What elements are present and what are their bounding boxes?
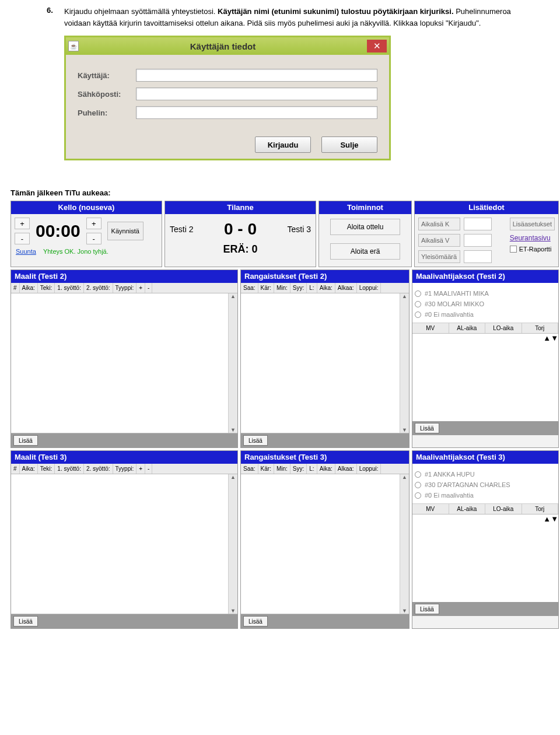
extra-settings-button[interactable]: Lisäasetukset	[510, 218, 555, 230]
add-penalty-t3[interactable]: Lisää	[243, 616, 268, 626]
column-header: Teki:	[38, 283, 55, 293]
penalties-t2-body	[241, 293, 400, 433]
add-goal-t3[interactable]: Lisää	[13, 616, 38, 626]
column-header: Aika:	[20, 283, 38, 293]
add-goal-t2[interactable]: Lisää	[13, 435, 38, 446]
column-header: Alkaa:	[335, 464, 357, 474]
goalie-t3-body	[412, 514, 543, 602]
column-header: Torj	[522, 323, 559, 333]
goalie-option[interactable]: #1 ANKKA HUPU	[415, 471, 556, 478]
column-header: Loppui:	[357, 464, 382, 474]
goals-t3-header: Maalit (Testi 3)	[11, 451, 237, 464]
clock-sec-plus[interactable]: +	[86, 218, 102, 229]
column-header: Kär:	[258, 464, 274, 474]
column-header: MV	[412, 504, 449, 514]
add-goalie-t2[interactable]: Lisää	[415, 423, 439, 433]
goalie-name: #0 Ei maalivahtia	[425, 492, 474, 499]
user-input[interactable]	[136, 69, 377, 82]
timeout-home-button[interactable]: Aikalisä K	[418, 218, 460, 230]
period-label: ERÄ: 0	[170, 243, 311, 256]
start-clock-button[interactable]: Käynnistä	[107, 222, 144, 240]
scrollbar[interactable]: ▲▼	[228, 474, 237, 614]
timeout-away-value[interactable]	[464, 234, 492, 247]
column-header: Loppui:	[357, 283, 382, 293]
column-header: Saa:	[241, 283, 258, 293]
column-header: Aika:	[317, 464, 335, 474]
start-period-button[interactable]: Aloita erä	[330, 243, 400, 260]
after-heading: Tämän jälkeen TiTu aukeaa:	[10, 188, 531, 197]
timeout-home-value[interactable]	[464, 218, 492, 230]
user-label: Käyttäjä:	[78, 71, 136, 80]
column-header: Kär:	[258, 283, 274, 293]
column-header: Min:	[274, 283, 290, 293]
close-icon[interactable]: ✕	[367, 40, 387, 52]
radio-icon	[415, 312, 421, 318]
scrollbar[interactable]: ▲▼	[400, 474, 409, 614]
radio-icon	[415, 290, 421, 297]
scrollbar[interactable]: ▲▼	[543, 334, 558, 421]
clock-sec-minus[interactable]: -	[86, 233, 102, 244]
tracking-page-link[interactable]: Seurantasivu	[510, 234, 555, 242]
goalie-t3-header: Maalivahtijaksot (Testi 3)	[412, 451, 558, 464]
direction-link[interactable]: Suunta	[16, 248, 36, 255]
phone-label: Puhelin:	[78, 108, 136, 117]
column-header: Syy:	[290, 464, 307, 474]
login-button[interactable]: Kirjaudu	[255, 136, 311, 153]
radio-icon	[415, 482, 421, 488]
goalie-option[interactable]: #0 Ei maalivahtia	[415, 311, 556, 318]
attendance-value[interactable]	[464, 250, 492, 263]
goalie-t2-body	[412, 334, 543, 421]
column-header: -	[145, 464, 152, 474]
email-input[interactable]	[136, 88, 377, 100]
column-header: 2. syöttö:	[84, 464, 113, 474]
clock-time: 00:00	[36, 221, 80, 241]
radio-icon	[415, 301, 421, 307]
start-match-button[interactable]: Aloita ottelu	[330, 219, 400, 235]
goalie-option[interactable]: #1 MAALIVAHTI MIKA	[415, 290, 556, 297]
titu-main: Kello (nouseva) + - 00:00 + - Käynnistä …	[10, 201, 559, 629]
java-icon: ☕	[68, 41, 79, 51]
et-report-checkbox[interactable]: ET-Raportti	[510, 246, 555, 253]
column-header: 1. syöttö:	[55, 464, 84, 474]
penalties-t2-header: Rangaistukset (Testi 2)	[241, 270, 409, 283]
column-header: -	[145, 283, 152, 293]
add-goalie-t3[interactable]: Lisää	[415, 604, 439, 614]
phone-input[interactable]	[136, 106, 377, 119]
goalie-option[interactable]: #30 D'ARTAGNAN CHARLES	[415, 481, 556, 488]
column-header: Tyyppi:	[113, 464, 137, 474]
close-button[interactable]: Sulje	[321, 136, 377, 153]
goalie-t2-header: Maalivahtijaksot (Testi 2)	[412, 270, 558, 283]
actions-header: Toiminnot	[319, 201, 411, 214]
attendance-button[interactable]: Yleisömäärä	[418, 250, 460, 263]
column-header: LO-aika	[485, 504, 522, 514]
scrollbar[interactable]: ▲▼	[543, 514, 558, 602]
goalie-option[interactable]: #30 MOLARI MIKKO	[415, 300, 556, 307]
penalties-t3-body	[241, 474, 400, 614]
column-header: 1. syöttö:	[55, 283, 84, 293]
checkbox-icon	[510, 246, 517, 253]
clock-header: Kello (nouseva)	[11, 201, 162, 214]
home-team: Testi 2	[170, 225, 193, 234]
scrollbar[interactable]: ▲▼	[228, 293, 237, 433]
goalie-name: #30 MOLARI MIKKO	[425, 300, 484, 307]
column-header: AL-aika	[449, 504, 486, 514]
column-header: +	[136, 464, 145, 474]
goalie-option[interactable]: #0 Ei maalivahtia	[415, 492, 556, 499]
scrollbar[interactable]: ▲▼	[400, 293, 409, 433]
column-header: Min:	[274, 464, 290, 474]
dialog-title: Käyttäjän tiedot	[79, 41, 367, 51]
column-header: Saa:	[241, 464, 258, 474]
column-header: #	[11, 283, 20, 293]
goalie-name: #0 Ei maalivahtia	[425, 311, 474, 318]
radio-icon	[415, 471, 421, 478]
penalties-t3-header: Rangaistukset (Testi 3)	[241, 451, 409, 464]
add-penalty-t2[interactable]: Lisää	[243, 435, 268, 446]
timeout-away-button[interactable]: Aikalisä V	[418, 234, 460, 247]
step-text: Kirjaudu ohjelmaan syöttämällä yhteystie…	[64, 6, 531, 29]
column-header: #	[11, 464, 20, 474]
clock-min-minus[interactable]: -	[15, 233, 30, 244]
column-header: AL-aika	[449, 323, 486, 333]
away-team: Testi 3	[288, 225, 311, 234]
column-header: Torj	[522, 504, 559, 514]
clock-min-plus[interactable]: +	[15, 218, 30, 229]
